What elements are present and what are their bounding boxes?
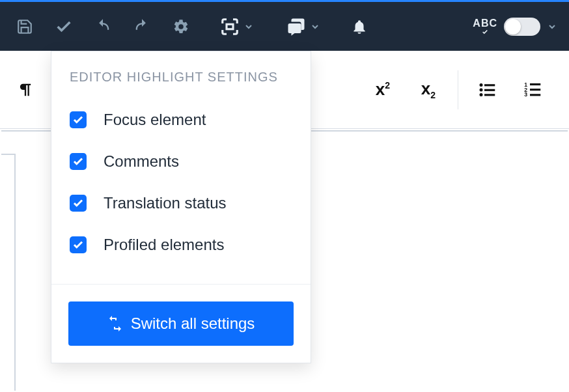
comments-icon xyxy=(286,17,306,36)
option-focus-element[interactable]: Focus element xyxy=(70,99,292,141)
undo-icon xyxy=(94,18,112,36)
superscript-icon: x2 xyxy=(376,79,390,100)
option-profiled-elements[interactable]: Profiled elements xyxy=(70,224,292,266)
editor-pane-border xyxy=(1,154,16,391)
check-icon xyxy=(55,18,73,36)
option-label: Translation status xyxy=(104,194,227,212)
checkbox-checked[interactable] xyxy=(70,195,87,212)
check-icon xyxy=(72,156,84,167)
svg-rect-6 xyxy=(484,94,495,96)
subscript-button[interactable]: x2 xyxy=(406,67,451,113)
option-comments[interactable]: Comments xyxy=(70,141,292,182)
undo-button[interactable] xyxy=(83,7,122,46)
dropdown-header: EDITOR HIGHLIGHT SETTINGS xyxy=(51,51,311,92)
focus-frame-icon xyxy=(220,17,240,36)
svg-text:3: 3 xyxy=(524,91,527,98)
spellcheck-toggle[interactable] xyxy=(504,18,540,36)
superscript-button[interactable]: x2 xyxy=(360,67,406,113)
svg-rect-4 xyxy=(484,89,495,91)
svg-rect-12 xyxy=(530,94,540,96)
svg-rect-8 xyxy=(530,83,540,85)
option-label: Profiled elements xyxy=(104,236,224,254)
check-icon xyxy=(72,197,84,209)
paragraph-marks-button[interactable] xyxy=(3,67,48,113)
svg-point-5 xyxy=(480,93,483,96)
option-label: Focus element xyxy=(104,111,206,129)
highlight-settings-dropdown-trigger[interactable] xyxy=(214,7,260,46)
dropdown-options: Focus element Comments Translation statu… xyxy=(51,92,311,284)
bell-icon xyxy=(351,18,368,35)
checkbox-checked[interactable] xyxy=(70,236,87,253)
pilcrow-icon xyxy=(16,81,35,99)
switch-all-label: Switch all settings xyxy=(131,315,255,333)
main-toolbar: ABC xyxy=(0,2,569,51)
subscript-icon: x2 xyxy=(421,79,436,100)
option-translation-status[interactable]: Translation status xyxy=(70,182,292,224)
settings-button[interactable] xyxy=(161,7,201,46)
redo-button[interactable] xyxy=(122,7,161,46)
numbered-list-button[interactable]: 123 xyxy=(510,67,556,113)
svg-rect-10 xyxy=(530,89,540,91)
gear-icon xyxy=(173,18,189,35)
comments-dropdown-trigger[interactable] xyxy=(280,7,327,46)
save-button[interactable] xyxy=(5,7,44,46)
notifications-button[interactable] xyxy=(340,7,379,46)
switch-icon xyxy=(107,316,123,331)
chevron-down-icon xyxy=(310,21,320,32)
check-icon xyxy=(72,239,84,251)
bullet-list-button[interactable] xyxy=(465,67,510,113)
toolbar-separator xyxy=(458,70,458,109)
highlight-settings-dropdown: EDITOR HIGHLIGHT SETTINGS Focus element … xyxy=(51,51,311,363)
redo-icon xyxy=(133,18,151,36)
svg-rect-2 xyxy=(484,84,495,86)
spellcheck-label: ABC xyxy=(473,18,497,29)
spellcheck-toggle-group[interactable]: ABC xyxy=(466,7,564,46)
svg-point-1 xyxy=(480,83,483,87)
switch-all-settings-button[interactable]: Switch all settings xyxy=(68,301,294,346)
checkbox-checked[interactable] xyxy=(70,153,87,170)
bullet-list-icon xyxy=(478,80,497,100)
checkbox-checked[interactable] xyxy=(70,111,87,128)
svg-rect-0 xyxy=(227,24,233,29)
check-icon xyxy=(480,29,490,35)
chevron-down-icon xyxy=(547,21,557,32)
save-icon xyxy=(16,18,33,35)
chevron-down-icon xyxy=(243,21,254,32)
check-icon xyxy=(72,114,84,126)
option-label: Comments xyxy=(104,152,179,171)
numbered-list-icon: 123 xyxy=(523,80,543,100)
confirm-button[interactable] xyxy=(44,7,83,46)
svg-point-3 xyxy=(480,88,483,91)
